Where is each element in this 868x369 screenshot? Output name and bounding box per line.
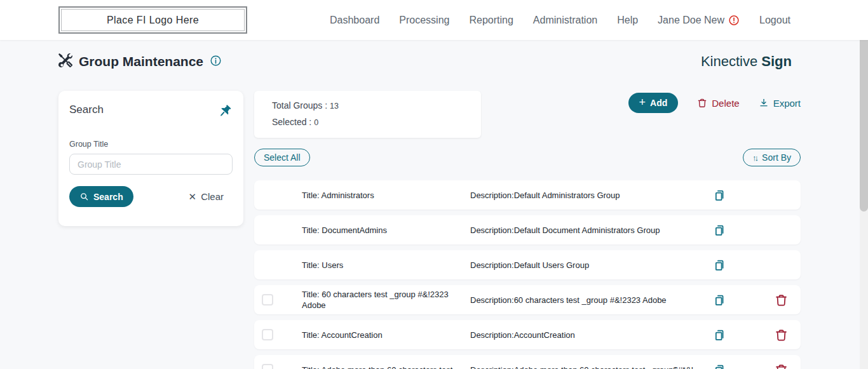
nav-item-help[interactable]: Help [617, 15, 638, 26]
maintenance-tools-icon [58, 53, 72, 70]
row-title: Title: Users [302, 260, 461, 271]
row-title: Title: Administrators [302, 190, 461, 201]
row-delete-button[interactable] [775, 328, 788, 342]
copy-icon [713, 328, 726, 342]
row-description: Description:Default Users Group [470, 260, 713, 271]
selected-line: Selected : 0 [272, 114, 463, 131]
nav-item-administration[interactable]: Administration [533, 15, 597, 26]
copy-icon [713, 293, 726, 307]
nav-item-dashboard[interactable]: Dashboard [330, 15, 379, 26]
download-icon [759, 98, 769, 108]
group-title-label: Group Title [69, 140, 233, 149]
copy-button[interactable] [713, 363, 726, 369]
select-all-label: Select All [264, 152, 301, 163]
main-content: Group Maintenance Kinective Sign Search [0, 53, 868, 369]
sort-by-label: Sort By [762, 152, 791, 163]
trash-icon [775, 328, 788, 342]
row-title: Title: Adobe more than 60 characters tes… [302, 365, 461, 369]
sort-arrows-icon: ↑↓ [752, 153, 759, 163]
clear-button-label: Clear [201, 191, 224, 202]
row-delete-button[interactable] [775, 293, 788, 307]
copy-icon [713, 258, 726, 272]
row-delete-button[interactable] [775, 363, 788, 369]
selected-value: 0 [314, 118, 318, 127]
row-checkbox[interactable] [262, 329, 273, 340]
export-button[interactable]: Export [759, 98, 801, 109]
group-row: Title: 60 characters test _group #&!2323… [254, 285, 801, 314]
trash-icon [697, 98, 707, 108]
clear-x-icon: ✕ [189, 191, 197, 203]
clear-button[interactable]: ✕ Clear [189, 191, 224, 203]
add-button-label: Add [650, 98, 667, 108]
copy-button[interactable] [713, 224, 726, 237]
search-button-label: Search [93, 192, 123, 202]
nav-item-reporting[interactable]: Reporting [469, 15, 513, 26]
info-icon[interactable] [210, 55, 222, 69]
nav-item-user[interactable]: Jane Doe New [658, 15, 740, 26]
export-button-label: Export [773, 98, 801, 109]
total-groups-value: 13 [330, 102, 339, 111]
scrollbar-thumb[interactable] [860, 36, 868, 211]
row-description: Description:Adobe more than 60 character… [470, 365, 713, 369]
brand-bold: Sign [761, 53, 792, 69]
plus-icon: + [639, 97, 646, 108]
copy-button[interactable] [713, 293, 726, 307]
nav-item-processing[interactable]: Processing [399, 15, 449, 26]
brand-regular: Kinective [701, 53, 761, 69]
group-row: Title: Adobe more than 60 characters tes… [254, 355, 801, 369]
row-description: Description:AccountCreation [470, 330, 713, 340]
trash-icon [775, 363, 788, 369]
row-description: Description:Default Document Administrat… [470, 225, 713, 236]
group-row: Title: AccountCreation Description:Accou… [254, 320, 801, 349]
copy-icon [713, 224, 726, 237]
group-list: Title: Administrators Description:Defaul… [254, 180, 801, 369]
group-row: Title: Users Description:Default Users G… [254, 250, 801, 279]
trash-icon [775, 293, 788, 307]
copy-button[interactable] [713, 328, 726, 342]
search-panel-title: Search [69, 104, 104, 116]
copy-button[interactable] [713, 189, 726, 202]
row-checkbox[interactable] [262, 294, 273, 305]
brand-logo: Kinective Sign [701, 53, 801, 70]
add-button[interactable]: + Add [628, 93, 679, 113]
top-header: Place FI Logo Here Dashboard Processing … [0, 0, 868, 40]
nav-item-logout[interactable]: Logout [759, 15, 790, 26]
user-name-label: Jane Doe New [658, 15, 724, 26]
total-groups-label: Total Groups : [272, 100, 330, 111]
row-title: Title: DocumentAdmins [302, 225, 461, 236]
page-title: Group Maintenance [79, 54, 203, 69]
pin-icon[interactable] [217, 104, 233, 121]
group-title-input[interactable] [69, 154, 233, 175]
search-icon [79, 192, 89, 201]
main-nav: Dashboard Processing Reporting Administr… [330, 15, 868, 26]
fi-logo-text: Place FI Logo Here [107, 15, 199, 26]
row-title: Title: AccountCreation [302, 330, 461, 340]
row-description: Description:Default Administrators Group [470, 190, 713, 201]
row-description: Description:60 characters test _group #&… [470, 295, 713, 305]
fi-logo-placeholder: Place FI Logo Here [58, 6, 247, 34]
sort-by-button[interactable]: ↑↓ Sort By [743, 149, 801, 166]
groups-summary-card: Total Groups : 13 Selected : 0 [254, 91, 481, 138]
row-title: Title: 60 characters test _group #&!2323… [302, 289, 461, 311]
search-button[interactable]: Search [69, 186, 133, 207]
group-row: Title: DocumentAdmins Description:Defaul… [254, 215, 801, 245]
delete-button[interactable]: Delete [697, 98, 739, 109]
row-checkbox[interactable] [262, 364, 273, 369]
total-groups-line: Total Groups : 13 [272, 98, 463, 114]
selected-label: Selected : [272, 117, 314, 127]
scrollbar-track[interactable] [860, 36, 868, 369]
copy-icon [713, 189, 726, 202]
delete-button-label: Delete [712, 98, 739, 109]
copy-button[interactable] [713, 258, 726, 272]
alert-exclamation-icon [728, 15, 740, 26]
select-all-button[interactable]: Select All [254, 149, 310, 166]
page-title-row: Group Maintenance Kinective Sign [58, 53, 801, 70]
copy-icon [713, 363, 726, 369]
group-row: Title: Administrators Description:Defaul… [254, 180, 801, 210]
search-panel: Search Group Title [58, 91, 243, 226]
